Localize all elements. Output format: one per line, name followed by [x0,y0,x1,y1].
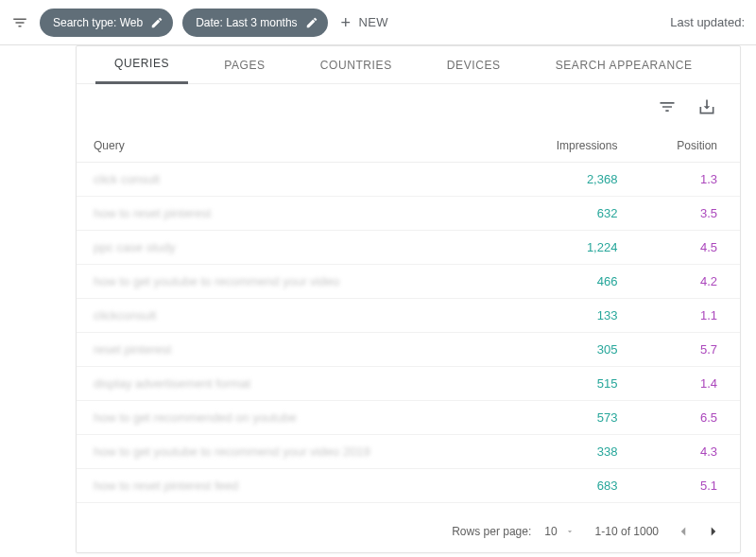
query-cell: how to get youtube to recommend your vid… [94,274,339,288]
query-cell: clickconsult [94,308,156,322]
position-cell: 5.1 [640,469,740,503]
query-cell: click consult [94,172,160,186]
column-header-position[interactable]: Position [640,130,740,163]
position-cell: 1.3 [640,163,740,197]
rows-per-page-value: 10 [544,525,557,538]
impressions-cell: 683 [512,469,641,503]
last-updated-label: Last updated: [670,15,745,29]
table-row[interactable]: how to get youtube to recommend your vid… [77,265,740,299]
filter-bar: Search type: WebDate: Last 3 months + NE… [0,0,756,45]
position-cell: 1.4 [640,367,740,401]
table-row[interactable]: how to reset pinterest feed6835.1 [77,469,740,503]
column-header-query[interactable]: Query [77,130,512,163]
impressions-cell: 133 [512,299,641,333]
chip-label: Search type: Web [53,16,143,29]
position-cell: 4.5 [640,231,740,265]
impressions-cell: 466 [512,265,641,299]
position-cell: 6.5 [640,401,740,435]
impressions-cell: 1,224 [512,231,641,265]
impressions-cell: 515 [512,367,641,401]
position-cell: 4.3 [640,435,740,469]
query-cell: how to reset pinterest [94,206,211,220]
tab-search-appearance[interactable]: SEARCH APPEARANCE [537,46,712,84]
table-row[interactable]: reset pinterest3055.7 [77,333,740,367]
table-toolbar [77,84,740,130]
table-row[interactable]: how to get youtube to recommend your vid… [77,435,740,469]
position-cell: 5.7 [640,333,740,367]
rows-per-page-select[interactable]: 10 [544,525,574,538]
tab-pages[interactable]: PAGES [205,46,284,84]
column-header-impressions[interactable]: Impressions [512,130,641,163]
position-cell: 1.1 [640,299,740,333]
impressions-cell: 2,368 [512,163,641,197]
tab-queries[interactable]: QUERIES [95,46,188,84]
chip-label: Date: Last 3 months [196,16,297,29]
edit-icon [150,16,163,29]
query-cell: how to reset pinterest feed [94,479,238,493]
prev-page-button[interactable] [668,516,698,547]
position-cell: 4.2 [640,265,740,299]
query-cell: how to get youtube to recommend your vid… [94,444,370,459]
impressions-cell: 305 [512,333,641,367]
query-cell: how to get recommended on youtube [94,410,297,425]
table-filter-icon[interactable] [657,96,678,117]
filter-chip[interactable]: Date: Last 3 months [182,9,327,37]
table-row[interactable]: display advertisement format5151.4 [77,367,740,401]
table-row[interactable]: how to get recommended on youtube5736.5 [77,401,740,435]
pagination-range: 1-10 of 1000 [595,525,659,538]
edit-icon [305,16,318,29]
plus-icon: + [341,14,352,31]
tab-bar: QUERIESPAGESCOUNTRIESDEVICESSEARCH APPEA… [77,46,740,84]
queries-panel: QUERIESPAGESCOUNTRIESDEVICESSEARCH APPEA… [76,45,741,553]
queries-table: Query Impressions Position click consult… [77,130,740,503]
query-cell: ppc case study [94,240,176,254]
tab-countries[interactable]: COUNTRIES [301,46,411,84]
tab-devices[interactable]: DEVICES [428,46,520,84]
query-cell: display advertisement format [94,376,250,391]
new-filter-button[interactable]: + NEW [341,14,388,31]
next-page-button[interactable] [698,516,729,547]
table-row[interactable]: clickconsult1331.1 [77,299,740,333]
new-label: NEW [358,15,388,29]
filter-list-icon[interactable] [11,14,30,31]
table-row[interactable]: how to reset pinterest6323.5 [77,197,740,231]
pagination-bar: Rows per page: 10 1-10 of 1000 [77,511,740,552]
impressions-cell: 573 [512,401,641,435]
table-row[interactable]: click consult2,3681.3 [77,163,740,197]
impressions-cell: 338 [512,435,641,469]
table-row[interactable]: ppc case study1,2244.5 [77,231,740,265]
query-cell: reset pinterest [94,342,171,357]
rows-per-page-label: Rows per page: [452,525,531,538]
filter-chip[interactable]: Search type: Web [40,9,173,37]
impressions-cell: 632 [512,197,641,231]
download-icon[interactable] [696,96,717,117]
position-cell: 3.5 [640,197,740,231]
caret-down-icon [565,527,575,536]
